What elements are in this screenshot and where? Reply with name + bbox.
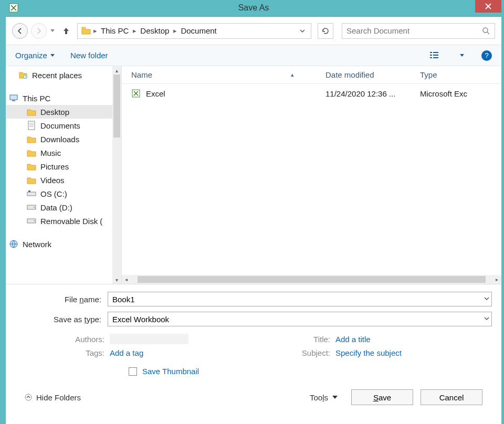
tree-item-label: Pictures: [40, 162, 69, 171]
svg-point-1: [483, 28, 488, 33]
saveastype-input[interactable]: [108, 312, 492, 326]
filename-dropdown[interactable]: [484, 294, 490, 303]
history-dropdown[interactable]: [50, 23, 55, 39]
svg-point-15: [34, 207, 35, 208]
search-icon: [482, 27, 490, 35]
breadcrumb-dropdown[interactable]: [297, 29, 308, 33]
svg-point-20: [25, 394, 32, 400]
tree-item[interactable]: Documents: [6, 119, 112, 132]
subject-field[interactable]: Specify the subject: [335, 348, 402, 357]
chevron-right-icon: ▸: [171, 27, 178, 35]
tree-item[interactable]: Recent places: [6, 68, 112, 82]
scroll-thumb[interactable]: [113, 75, 120, 137]
save-thumbnail-checkbox[interactable]: [129, 367, 137, 376]
scroll-right-icon[interactable]: ▸: [492, 275, 501, 284]
column-date-header[interactable]: Date modified: [326, 70, 420, 79]
file-row[interactable]: Excel11/24/2020 12:36 ...Microsoft Exc: [122, 84, 501, 103]
tree-item[interactable]: Data (D:): [6, 200, 112, 214]
column-headers: Name ▴ Date modified Type: [122, 66, 501, 84]
dialog-title: Save As: [6, 3, 501, 13]
scroll-up-icon[interactable]: ▴: [112, 66, 121, 75]
filename-label: File name:: [15, 295, 108, 304]
new-folder-button[interactable]: New folder: [70, 51, 108, 60]
organize-label: Organize: [15, 51, 47, 60]
folder-icon: [27, 175, 36, 185]
save-thumbnail-label[interactable]: Save Thumbnail: [142, 367, 199, 376]
svg-rect-6: [433, 55, 438, 56]
filename-input[interactable]: [108, 292, 492, 306]
scroll-left-icon[interactable]: ◂: [122, 275, 131, 284]
authors-label: Authors:: [52, 335, 104, 344]
titlebar: Save As: [6, 0, 501, 17]
footer-row: Hide Folders Tools Save Cancel: [15, 376, 492, 419]
breadcrumb-this-pc[interactable]: This PC: [99, 26, 131, 35]
folder-icon: [27, 134, 36, 144]
h-scroll-thumb[interactable]: [138, 276, 486, 283]
tree-item-label: Data (D:): [40, 203, 72, 212]
tags-label: Tags:: [52, 348, 104, 357]
file-name: Excel: [146, 89, 165, 98]
horizontal-scrollbar[interactable]: ◂ ▸: [122, 275, 501, 284]
back-button[interactable]: [12, 23, 28, 39]
pc-icon: [9, 93, 18, 103]
close-button[interactable]: [475, 0, 501, 13]
hide-folders-button[interactable]: Hide Folders: [25, 393, 81, 402]
tree-item[interactable]: OS (C:): [6, 187, 112, 200]
authors-field[interactable]: [110, 334, 188, 344]
tree-item-label: Desktop: [40, 108, 69, 116]
organize-button[interactable]: Organize: [15, 51, 55, 60]
tree-scrollbar[interactable]: ▴ ▾: [112, 66, 121, 284]
file-date: 11/24/2020 12:36 ...: [326, 89, 420, 98]
subject-label: Subject:: [278, 348, 330, 357]
tree-item[interactable]: Desktop: [6, 105, 112, 119]
breadcrumb-bar[interactable]: ▸ This PC ▸ Desktop ▸ Document: [77, 23, 311, 39]
tags-field[interactable]: Add a tag: [110, 348, 143, 357]
svg-rect-12: [27, 192, 36, 196]
folder-icon: [27, 107, 36, 116]
title-field[interactable]: Add a title: [335, 335, 371, 344]
file-type: Microsoft Exc: [420, 89, 492, 98]
main-area: Recent placesThis PCDesktopDocumentsDown…: [6, 66, 501, 284]
view-options-button[interactable]: [428, 49, 443, 62]
saveastype-label: Save as type:: [15, 315, 108, 324]
tree-item-label: Downloads: [40, 135, 79, 144]
chevron-up-icon: [25, 394, 32, 401]
saveastype-dropdown[interactable]: [484, 314, 490, 323]
scroll-down-icon[interactable]: ▾: [112, 275, 121, 284]
search-input[interactable]: [346, 26, 482, 35]
tree-item[interactable]: Downloads: [6, 132, 112, 146]
tree-item[interactable]: Network: [6, 237, 112, 251]
tools-dropdown[interactable]: Tools: [310, 393, 338, 402]
forward-button[interactable]: [31, 23, 47, 39]
tree-item[interactable]: Videos: [6, 173, 112, 187]
tree-item[interactable]: Removable Disk (: [6, 214, 112, 228]
tree-item[interactable]: Pictures: [6, 160, 112, 173]
up-button[interactable]: [60, 25, 72, 37]
title-label: Title:: [278, 335, 330, 344]
tree-item[interactable]: Music: [6, 146, 112, 160]
save-as-dialog: Save As ▸ This PC ▸ Desktop ▸ Document: [6, 0, 501, 424]
drive2-icon: [27, 216, 36, 226]
search-box[interactable]: [342, 23, 495, 39]
refresh-button[interactable]: [318, 23, 333, 39]
svg-point-17: [34, 220, 35, 221]
column-name-header[interactable]: Name ▴: [131, 70, 326, 79]
svg-rect-10: [12, 100, 15, 101]
view-dropdown[interactable]: [458, 49, 466, 62]
tree-item[interactable]: This PC: [6, 91, 112, 105]
sort-indicator-icon: ▴: [291, 71, 294, 78]
tree-item-label: Recent places: [32, 71, 82, 80]
folder-icon: [27, 148, 36, 157]
tree-item-label: Removable Disk (: [40, 217, 102, 226]
tree-item-label: Network: [23, 240, 51, 249]
svg-rect-11: [28, 121, 35, 130]
save-button[interactable]: Save: [351, 389, 413, 405]
recent-icon: [18, 70, 28, 80]
help-button[interactable]: ?: [481, 50, 492, 61]
breadcrumb-desktop[interactable]: Desktop: [138, 26, 171, 35]
chevron-right-icon: ▸: [91, 27, 99, 35]
breadcrumb-document[interactable]: Document: [178, 26, 218, 35]
cancel-button[interactable]: Cancel: [421, 389, 482, 405]
navigation-tree: Recent placesThis PCDesktopDocumentsDown…: [6, 66, 121, 284]
column-type-header[interactable]: Type: [420, 70, 492, 79]
